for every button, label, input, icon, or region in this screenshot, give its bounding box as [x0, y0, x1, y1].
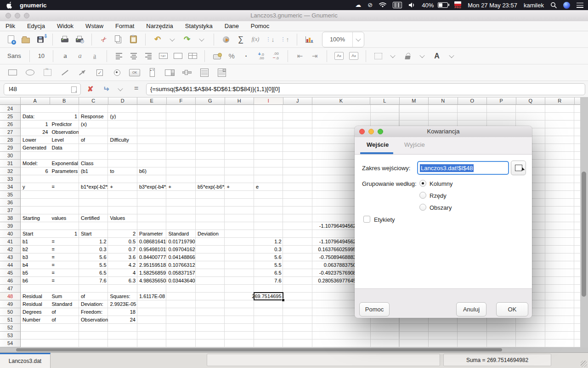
font-color-dropdown-button[interactable] — [444, 49, 459, 63]
row-header-54[interactable]: 54 — [0, 339, 21, 347]
cell-B46[interactable]: = — [51, 277, 79, 284]
cell-I42[interactable]: 0.3 — [254, 246, 283, 253]
radio-button-button[interactable] — [108, 66, 126, 80]
row-header-39[interactable]: 39 — [0, 222, 21, 230]
cell-A40[interactable]: Start — [21, 230, 50, 237]
row-header-38[interactable]: 38 — [0, 214, 21, 222]
menu-wstaw[interactable]: Wstaw — [85, 23, 103, 29]
redo-history-button[interactable] — [194, 33, 209, 46]
window-titlebar[interactable]: Lanczos3.gnumeric — Gnumeric — [0, 10, 588, 22]
cell-B28[interactable]: Level — [51, 136, 79, 144]
column-header-M[interactable]: M — [400, 98, 429, 105]
cell-A51[interactable]: Number — [21, 316, 50, 323]
column-header-C[interactable]: C — [79, 98, 108, 105]
column-header-L[interactable]: L — [370, 98, 400, 105]
apple-icon[interactable] — [6, 1, 12, 9]
row-header-28[interactable]: 28 — [0, 136, 21, 144]
list-button[interactable] — [196, 66, 213, 80]
save-button[interactable]: ⇩ — [33, 33, 48, 46]
cell-C50[interactable]: Freedom: — [79, 308, 108, 316]
cell-D28[interactable]: Difficulty — [109, 136, 137, 144]
minimize-button[interactable] — [15, 13, 20, 18]
grid-corner[interactable] — [0, 98, 21, 105]
insert-chart-button[interactable] — [302, 33, 317, 46]
cell-B43[interactable]: = — [51, 253, 79, 261]
cell-B25[interactable]: 1 — [51, 113, 79, 120]
cell-D50[interactable]: 18 — [109, 308, 137, 316]
cell-C25[interactable]: Response — [79, 113, 108, 120]
cell-E48[interactable]: 1.6117E-08 — [138, 293, 166, 300]
decrease-decimals-button[interactable]: .00−.0 — [268, 49, 283, 63]
range-select-button[interactable] — [511, 161, 526, 175]
radio-areas-label[interactable]: Obszary — [430, 204, 452, 211]
selected-cell[interactable]: 269.7514695 — [254, 292, 283, 300]
cell-E42[interactable]: 0.954981015 — [138, 246, 166, 253]
cell-A25[interactable]: Data: — [21, 113, 50, 120]
cell-D49[interactable]: 2.9923E-05 — [109, 300, 137, 308]
copy-button[interactable] — [111, 33, 126, 46]
cell-E46[interactable]: 4.986356508 — [138, 277, 166, 284]
row-header-49[interactable]: 49 — [0, 300, 21, 308]
push-button-button[interactable]: OK — [126, 66, 143, 80]
column-header-P[interactable]: P — [487, 98, 516, 105]
fill-handle[interactable] — [282, 299, 285, 302]
cell-G40[interactable]: Deviation — [196, 230, 225, 237]
paste-button[interactable] — [126, 33, 141, 46]
sort-ascending-button[interactable]: ⋮↓ — [263, 33, 277, 46]
sort-descending-button[interactable]: ⋮↑ — [277, 33, 292, 46]
cell-C28[interactable]: of — [79, 136, 108, 144]
menu-widok[interactable]: Widok — [57, 23, 74, 29]
cell-A45[interactable]: b5 — [21, 269, 50, 276]
row-header-37[interactable]: 37 — [0, 207, 21, 214]
vertical-scrollbar[interactable] — [580, 98, 588, 347]
cell-C31[interactable]: Class — [79, 160, 108, 167]
cell-C46[interactable]: 7.6 — [79, 277, 108, 284]
sum-button[interactable]: ∑ — [233, 33, 248, 46]
checkbox-button[interactable]: ✓ — [91, 66, 108, 80]
cell-B38[interactable]: values — [51, 214, 79, 222]
cell-I46[interactable]: 7.6 — [254, 277, 283, 284]
insert-function-button[interactable]: f(x) — [248, 33, 263, 46]
siri-icon[interactable] — [563, 2, 570, 9]
radio-areas[interactable] — [419, 204, 426, 211]
new-document-button[interactable]: + — [4, 33, 18, 46]
format-money-button[interactable] — [209, 49, 224, 63]
radio-rows-label[interactable]: Rzędy — [430, 192, 447, 199]
formula-input[interactable]: {=sumsq($A$61:$A$84-$D$61:$D$84)}(1,1)[0… — [146, 83, 585, 95]
font-name-selector[interactable]: Sans — [4, 52, 25, 59]
borders-dropdown-button[interactable] — [385, 49, 400, 63]
column-header-J[interactable]: J — [283, 98, 313, 105]
do-not-disturb-icon[interactable]: ⊘ — [368, 0, 373, 10]
cell-F43[interactable]: 0.041488663 — [167, 253, 196, 261]
cell-F42[interactable]: 0.097041624 — [167, 246, 196, 253]
row-header-27[interactable]: 27 — [0, 128, 21, 136]
cell-A31[interactable]: Model: — [21, 160, 50, 167]
cell-E43[interactable]: 0.844007775 — [138, 253, 166, 261]
menu-format[interactable]: Format — [115, 23, 134, 29]
open-file-button[interactable] — [18, 33, 33, 46]
row-header-35[interactable]: 35 — [0, 191, 21, 199]
text-frame-button[interactable] — [39, 66, 56, 80]
menu-pomoc[interactable]: Pomoc — [251, 23, 269, 29]
column-header-E[interactable]: E — [137, 98, 167, 105]
search-icon[interactable] — [550, 2, 557, 8]
zoom-dropdown-icon[interactable] — [353, 38, 364, 41]
insert-hyperlink-button[interactable] — [219, 33, 233, 46]
labels-checkbox-label[interactable]: Etykiety — [374, 216, 395, 223]
cell-D32[interactable]: to — [109, 167, 137, 175]
rectangle-button[interactable] — [4, 66, 21, 80]
resize-grip-icon[interactable] — [581, 361, 587, 367]
fill-color-button[interactable] — [400, 49, 415, 63]
line-button[interactable] — [56, 66, 74, 80]
cell-B40[interactable]: 1 — [51, 230, 79, 237]
slider-button[interactable] — [178, 66, 196, 80]
vertical-scrollbar-thumb[interactable] — [582, 172, 586, 297]
row-header-46[interactable]: 46 — [0, 277, 21, 285]
cell-B51[interactable]: of — [51, 316, 79, 323]
cell-A34[interactable]: y — [21, 183, 50, 190]
cell-F45[interactable]: 0.058371576 — [167, 269, 196, 276]
column-header-H[interactable]: H — [225, 98, 254, 105]
cancel-button[interactable]: Anuluj — [456, 302, 486, 316]
cell-A32[interactable]: 6 — [21, 167, 50, 175]
cell-D41[interactable]: 0.5 — [109, 238, 137, 245]
